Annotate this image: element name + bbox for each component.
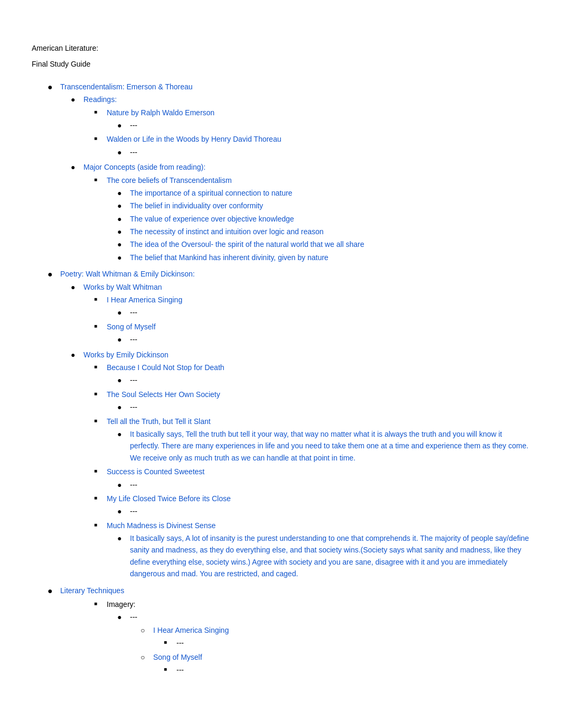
belief5-text: The idea of the Oversoul- the spirit of … bbox=[130, 240, 364, 248]
much-madness-description: It basically says, A lot of insanity is … bbox=[130, 534, 529, 578]
bullet-l1: ● bbox=[48, 585, 58, 597]
list-item: ● The importance of a spiritual connecti… bbox=[117, 187, 529, 199]
major-concepts-link[interactable]: Major Concepts (aside from reading): bbox=[83, 163, 205, 171]
bullet-l6: ■ bbox=[164, 664, 174, 675]
bullet-l4: ● bbox=[117, 334, 128, 345]
belief1-text: The importance of a spiritual connection… bbox=[130, 189, 292, 197]
list-item: ● Readings: ■ bbox=[71, 94, 529, 160]
list-item: ■ Much Madness is Divinest Sense bbox=[94, 520, 529, 581]
list-item: ■ --- bbox=[164, 664, 529, 676]
transcendentalism-children: ● Readings: ■ bbox=[60, 94, 529, 265]
bullet-l4: ● bbox=[117, 401, 128, 413]
bullet-l4: ● bbox=[117, 428, 128, 440]
list-item: ■ Success is Counted Sweetest bbox=[94, 466, 529, 492]
bullet-l4: ● bbox=[117, 213, 128, 225]
bullet-l3: ■ bbox=[94, 362, 105, 372]
bullet-l5: ○ bbox=[141, 624, 151, 636]
belief4-text: The necessity of instinct and intuition … bbox=[130, 227, 324, 236]
soul-selects-children: ● --- bbox=[107, 401, 529, 413]
song-of-myself-notes: --- bbox=[130, 335, 137, 344]
list-item: ■ Imagery: ● bbox=[71, 597, 529, 680]
bullet-l4: ● bbox=[117, 307, 128, 318]
bullet-l3: ■ bbox=[94, 107, 105, 117]
list-item: ● It basically says, A lot of insanity i… bbox=[117, 532, 529, 580]
page-title: American Literature: bbox=[32, 42, 529, 54]
list-item: ■ Because I Could Not Stop for Death bbox=[94, 362, 529, 388]
imagery-sub-children: ○ I Hear America Singing bbox=[130, 624, 529, 677]
list-item: ■ Nature by Ralph Waldo Emerson bbox=[94, 107, 529, 133]
much-madness-children: ● It basically says, A lot of insanity i… bbox=[107, 532, 529, 580]
list-item: ● The necessity of instinct and intuitio… bbox=[117, 226, 529, 237]
tell-truth-link[interactable]: Tell all the Truth, but Tell it Slant bbox=[107, 417, 211, 426]
bullet-l4: ● bbox=[117, 611, 128, 623]
bullet-l4: ● bbox=[117, 226, 128, 237]
list-item: ■ My Life Closed Twice Before its Close bbox=[94, 493, 529, 519]
list-item: ● Literary Techniques bbox=[48, 585, 529, 681]
list-item: ● Works by Walt Whitman ■ bbox=[71, 281, 529, 348]
because-death-notes: --- bbox=[130, 376, 137, 384]
my-life-link[interactable]: My Life Closed Twice Before its Close bbox=[107, 494, 231, 503]
belief3-text: The value of experience over objective k… bbox=[130, 215, 294, 223]
poetry-link[interactable]: Poetry: Walt Whitman & Emily Dickinson: bbox=[60, 270, 195, 278]
bullet-l3: ■ bbox=[94, 416, 105, 426]
list-item: ○ Song of Myself bbox=[141, 651, 529, 677]
bullet-l4: ● bbox=[117, 479, 128, 491]
core-beliefs-link[interactable]: The core beliefs of Transcendentalism bbox=[107, 176, 232, 185]
soul-selects-notes: --- bbox=[130, 403, 137, 411]
bullet-l2: ● bbox=[71, 161, 81, 173]
bullet-l3: ■ bbox=[94, 520, 105, 530]
list-item: ● Poetry: Walt Whitman & Emily Dickinson… bbox=[48, 268, 529, 583]
dickinson-link[interactable]: Works by Emily Dickinson bbox=[83, 351, 169, 359]
list-item: ● --- bbox=[117, 146, 529, 158]
my-life-children: ● --- bbox=[107, 505, 529, 517]
success-children: ● --- bbox=[107, 479, 529, 491]
imagery-label: Imagery: bbox=[107, 600, 135, 609]
list-item: ● The belief that Mankind has inherent d… bbox=[117, 252, 529, 263]
page-container: American Literature: Final Study Guide ●… bbox=[32, 42, 529, 681]
much-madness-link[interactable]: Much Madness is Divinest Sense bbox=[107, 521, 216, 530]
readings-link[interactable]: Readings: bbox=[83, 95, 117, 104]
bullet-l4: ● bbox=[117, 374, 128, 386]
soul-selects-link[interactable]: The Soul Selects Her Own Society bbox=[107, 390, 220, 399]
belief2-text: The belief in individuality over conform… bbox=[130, 201, 263, 210]
dickinson-children: ■ Because I Could Not Stop for Death bbox=[83, 362, 529, 581]
because-death-link[interactable]: Because I Could Not Stop for Death bbox=[107, 363, 225, 372]
list-item: ● It basically says, Tell the truth but … bbox=[117, 428, 529, 464]
song-of-myself-link[interactable]: Song of Myself bbox=[107, 322, 156, 331]
imagery-children: ● --- bbox=[107, 611, 529, 678]
walden-link[interactable]: Walden or Life in the Woods by Henry Dav… bbox=[107, 135, 281, 143]
bullet-l1: ● bbox=[48, 81, 58, 94]
bullet-l4: ● bbox=[117, 200, 128, 211]
whitman-link[interactable]: Works by Walt Whitman bbox=[83, 283, 162, 291]
transcendentalism-link[interactable]: Transcendentalism: Emerson & Thoreau bbox=[60, 82, 193, 91]
bullet-l2: ● bbox=[71, 94, 81, 105]
bullet-l4: ● bbox=[117, 146, 128, 158]
success-link[interactable]: Success is Counted Sweetest bbox=[107, 467, 204, 476]
hear-america-link[interactable]: I Hear America Singing bbox=[107, 296, 182, 304]
literary-techniques-children: ■ Imagery: ● bbox=[60, 597, 529, 680]
nature-link[interactable]: Nature by Ralph Waldo Emerson bbox=[107, 108, 214, 117]
tell-truth-children: ● It basically says, Tell the truth but … bbox=[107, 428, 529, 464]
list-item: ■ Imagery: ● bbox=[94, 598, 529, 679]
bullet-l4: ● bbox=[117, 187, 128, 199]
list-item: ● --- bbox=[117, 479, 529, 491]
list-item: ■ Song of Myself ● bbox=[94, 321, 529, 347]
list-item: ● --- bbox=[117, 505, 529, 517]
bullet-l3: ■ bbox=[94, 321, 105, 331]
bullet-l4: ● bbox=[117, 238, 128, 250]
imagery-song-of-myself-link[interactable]: Song of Myself bbox=[153, 653, 202, 661]
bullet-l3: ■ bbox=[94, 598, 105, 609]
imagery-song-of-myself-notes: --- bbox=[176, 666, 184, 674]
beliefs-children: ● The importance of a spiritual connecti… bbox=[107, 187, 529, 263]
tell-truth-description: It basically says, Tell the truth but te… bbox=[130, 430, 528, 462]
imagery-hear-america-link[interactable]: I Hear America Singing bbox=[153, 626, 229, 634]
bullet-l5: ○ bbox=[141, 651, 151, 663]
bullet-l3: ■ bbox=[94, 294, 105, 305]
literary-techniques-link[interactable]: Literary Techniques bbox=[60, 586, 124, 595]
bullet-l4: ● bbox=[117, 252, 128, 263]
list-item: ● The value of experience over objective… bbox=[117, 213, 529, 225]
list-item: ■ The core beliefs of Transcendentalism bbox=[94, 174, 529, 265]
because-death-children: ● --- bbox=[107, 374, 529, 386]
bullet-l2: ● bbox=[71, 281, 81, 293]
major-concepts-children: ■ The core beliefs of Transcendentalism bbox=[83, 174, 529, 265]
